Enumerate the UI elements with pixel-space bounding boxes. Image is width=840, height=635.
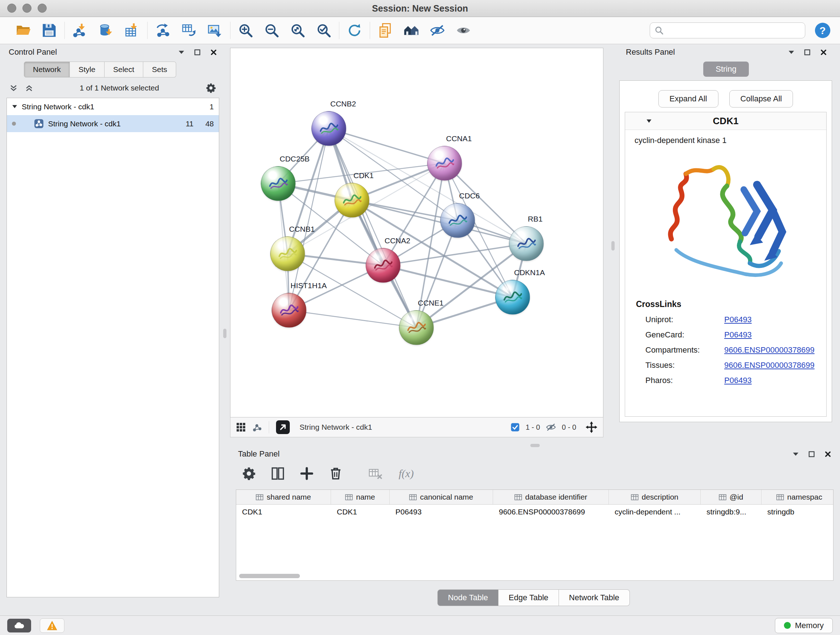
cloud-button[interactable] xyxy=(7,619,31,632)
search-input[interactable] xyxy=(667,26,801,35)
overview-houses-button[interactable] xyxy=(403,22,420,39)
crosslink-link[interactable]: P06493 xyxy=(724,330,752,340)
network-options-gear-icon[interactable] xyxy=(205,82,216,93)
copy-document-button[interactable] xyxy=(377,22,394,39)
window-zoom-button[interactable] xyxy=(38,4,47,13)
save-session-button[interactable] xyxy=(41,22,58,39)
network-node-CCNB2[interactable] xyxy=(311,111,346,146)
column-header--id[interactable]: @id xyxy=(701,490,761,504)
zoom-fit-button[interactable] xyxy=(289,22,306,39)
column-header-description[interactable]: description xyxy=(609,490,701,504)
scrollbar-thumb[interactable] xyxy=(239,574,300,578)
tab-select[interactable]: Select xyxy=(104,62,143,78)
tab-network-table[interactable]: Network Table xyxy=(559,589,630,606)
hidden-eye-icon[interactable] xyxy=(546,423,556,432)
zoom-in-button[interactable] xyxy=(237,22,254,39)
close-panel-icon[interactable] xyxy=(824,451,831,458)
tab-network[interactable]: Network xyxy=(24,62,70,78)
show-columns-button[interactable] xyxy=(270,466,286,481)
protein-card-header[interactable]: CDK1 xyxy=(625,112,826,130)
delete-column-button[interactable] xyxy=(328,466,344,481)
expand-all-networks-icon[interactable] xyxy=(25,84,33,92)
network-view-icon[interactable] xyxy=(252,422,262,432)
function-builder-button[interactable]: f(x) xyxy=(399,467,414,480)
pan-move-icon[interactable] xyxy=(586,421,597,433)
grid-view-icon[interactable] xyxy=(236,423,246,432)
network-node-CDK1[interactable] xyxy=(335,183,369,218)
clear-table-button[interactable] xyxy=(368,466,384,481)
maximize-panel-icon[interactable] xyxy=(194,49,201,56)
collapse-section-icon[interactable] xyxy=(646,119,652,123)
tree-expander-icon[interactable] xyxy=(12,105,17,109)
network-edge-CCNB2-CCNE1[interactable] xyxy=(329,128,416,328)
table-settings-gear-button[interactable] xyxy=(241,466,257,481)
table-row[interactable]: CDK1CDK1P064939606.ENSP00000378699cyclin… xyxy=(236,505,833,519)
network-node-CCNA1[interactable] xyxy=(427,146,462,181)
open-session-button[interactable] xyxy=(14,22,32,39)
window-minimize-button[interactable] xyxy=(22,4,32,13)
network-node-CDC6[interactable] xyxy=(440,203,475,238)
network-node-RB1[interactable] xyxy=(509,226,544,261)
zoom-selected-button[interactable] xyxy=(315,22,332,39)
network-name: String Network - cdk1 xyxy=(48,119,121,128)
close-panel-icon[interactable] xyxy=(210,49,217,56)
column-header-namespac[interactable]: namespac xyxy=(761,490,834,504)
export-image-button[interactable] xyxy=(206,22,224,39)
collapse-all-button[interactable]: Collapse All xyxy=(729,90,793,108)
float-panel-icon[interactable] xyxy=(793,452,799,456)
network-node-HIST1H1A[interactable] xyxy=(272,293,306,328)
new-network-button[interactable] xyxy=(154,22,172,39)
float-panel-icon[interactable] xyxy=(178,50,185,54)
tab-style[interactable]: Style xyxy=(70,62,104,78)
crosslink-link[interactable]: 9606.ENSP00000378699 xyxy=(724,345,815,355)
string-results-tab[interactable]: String xyxy=(703,62,748,77)
column-header-name[interactable]: name xyxy=(331,490,390,504)
tab-node-table[interactable]: Node Table xyxy=(437,589,499,606)
close-panel-icon[interactable] xyxy=(820,49,827,56)
maximize-panel-icon[interactable] xyxy=(804,49,811,56)
network-edge-CCNB2-CCNA1[interactable] xyxy=(329,128,445,163)
crosslink-link[interactable]: 9606.ENSP00000378699 xyxy=(724,361,815,370)
import-network-file-button[interactable] xyxy=(71,22,88,39)
network-node-CDC25B[interactable] xyxy=(261,166,295,201)
collapse-all-networks-icon[interactable] xyxy=(9,84,18,92)
show-all-eye-button[interactable] xyxy=(455,22,472,39)
create-column-button[interactable] xyxy=(299,466,315,481)
right-splitter-handle[interactable] xyxy=(611,241,615,250)
network-node-CCNB1[interactable] xyxy=(270,236,305,271)
network-row[interactable]: String Network - cdk1 11 48 xyxy=(7,115,219,132)
warning-button[interactable] xyxy=(40,618,65,633)
network-edge-CDK1-RB1[interactable] xyxy=(352,200,526,244)
search-input-container[interactable] xyxy=(650,22,805,38)
selected-checkbox-icon[interactable] xyxy=(510,423,520,432)
tab-sets[interactable]: Sets xyxy=(143,62,176,78)
network-collection-row[interactable]: String Network - cdk1 1 xyxy=(7,98,219,115)
maximize-panel-icon[interactable] xyxy=(808,451,815,458)
network-edge-HIST1H1A-CCNE1[interactable] xyxy=(289,310,416,328)
node-table[interactable]: shared namenamecanonical namedatabase id… xyxy=(236,489,834,581)
import-table-file-button[interactable] xyxy=(123,22,141,39)
column-header-canonical-name[interactable]: canonical name xyxy=(390,490,493,504)
import-network-database-button[interactable] xyxy=(97,22,115,39)
column-header-database-identifier[interactable]: database identifier xyxy=(493,490,609,504)
tab-edge-table[interactable]: Edge Table xyxy=(499,589,559,606)
zoom-out-button[interactable] xyxy=(263,22,280,39)
network-node-CDKN1A[interactable] xyxy=(495,280,530,315)
table-horizontal-scrollbar[interactable] xyxy=(239,574,824,578)
refresh-view-button[interactable] xyxy=(346,22,363,39)
column-header-shared-name[interactable]: shared name xyxy=(236,490,331,504)
network-node-CCNA2[interactable] xyxy=(366,248,401,283)
crosslink-link[interactable]: P06493 xyxy=(724,376,752,385)
crosslink-link[interactable]: P06493 xyxy=(724,315,752,325)
expand-all-button[interactable]: Expand All xyxy=(658,90,718,108)
float-panel-icon[interactable] xyxy=(788,50,794,54)
memory-button[interactable]: Memory xyxy=(775,618,833,633)
new-table-button[interactable] xyxy=(180,22,197,39)
network-view-canvas[interactable]: CCNB2 CCNA1 CDC25B CDK1 CDC6 RB1 CCNB1 C… xyxy=(230,48,603,417)
left-splitter-handle[interactable] xyxy=(223,329,226,338)
window-close-button[interactable] xyxy=(7,4,16,13)
network-node-CCNE1[interactable] xyxy=(399,310,434,345)
hide-selected-eye-button[interactable] xyxy=(429,22,446,39)
help-button[interactable]: ? xyxy=(813,21,832,40)
detach-view-button[interactable] xyxy=(276,420,290,434)
